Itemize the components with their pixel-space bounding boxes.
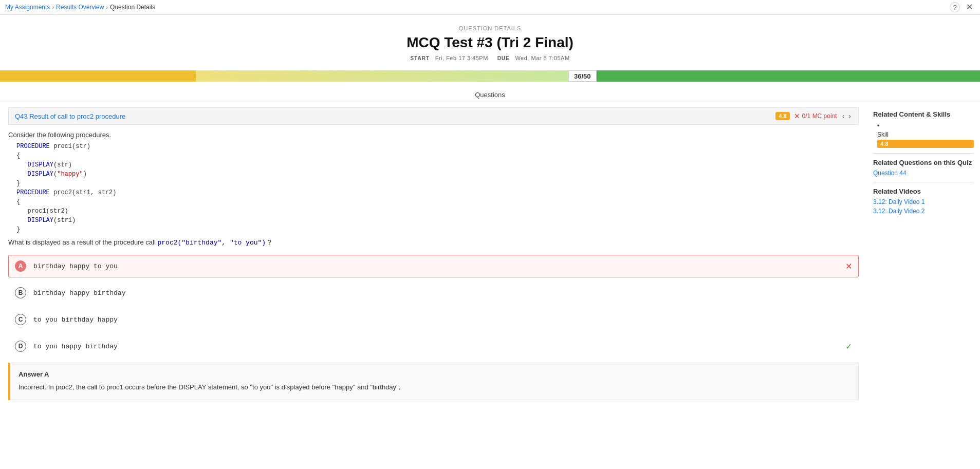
breadcrumb-sep-2: › <box>106 4 108 10</box>
video-link-2[interactable]: 3.12: Daily Video 2 <box>873 208 974 215</box>
prev-question-button[interactable]: ‹ <box>841 112 846 120</box>
answer-label: Answer A <box>19 370 850 378</box>
option-b-text: birthday happy birthday <box>33 289 852 297</box>
top-bar-right: ? ✕ <box>950 2 975 12</box>
progress-bar: 36/50 <box>0 70 980 82</box>
progress-mid <box>196 70 568 82</box>
start-label: START <box>410 55 430 61</box>
question-text: What is displayed as a result of the pro… <box>8 238 859 247</box>
progress-left <box>0 70 196 82</box>
sidebar-skill-badge: 4.8 <box>877 140 974 148</box>
option-a-wrong-icon: ✕ <box>845 261 852 271</box>
question-text-after: ? <box>266 238 271 246</box>
option-a[interactable]: A birthday happy to you ✕ <box>8 255 859 277</box>
related-videos-title: Related Videos <box>873 187 974 195</box>
option-c[interactable]: C to you birthday happy <box>8 308 859 331</box>
breadcrumb-current: Question Details <box>110 4 155 11</box>
question-header-right: 4.8 ✕ 0/1 MC point ‹ › <box>775 112 852 120</box>
answer-explanation: Answer A Incorrect. In proc2, the call t… <box>8 363 859 400</box>
progress-right <box>597 70 980 82</box>
option-c-text: to you birthday happy <box>33 316 852 324</box>
code-block: PROCEDURE proc1(str) { DISPLAY(str) DISP… <box>16 142 859 234</box>
section-label: QUESTION DETAILS <box>0 25 980 31</box>
skill-badge: 4.8 <box>775 112 789 120</box>
related-questions-title: Related Questions on this Quiz <box>873 159 974 166</box>
question-header-bar: Q43 Result of call to proc2 procedure 4.… <box>8 107 859 125</box>
sidebar: Related Content & Skills Skill 4.8 Relat… <box>867 102 980 405</box>
sidebar-divider-1 <box>873 153 974 154</box>
dates: START Fri, Feb 17 3:45PM DUE Wed, Mar 8 … <box>0 55 980 61</box>
question-text-before: What is displayed as a result of the pro… <box>8 238 157 246</box>
option-b-letter: B <box>15 287 26 298</box>
breadcrumb-sep-1: › <box>52 4 54 10</box>
breadcrumb: My Assignments › Results Overview › Ques… <box>5 4 155 11</box>
top-bar: My Assignments › Results Overview › Ques… <box>0 0 980 15</box>
breadcrumb-my-assignments[interactable]: My Assignments <box>5 4 50 11</box>
option-d-text: to you happy birthday <box>33 343 845 350</box>
page-header: QUESTION DETAILS MCQ Test #3 (Tri 2 Fina… <box>0 15 980 66</box>
sidebar-skill-label: Skill <box>877 131 974 138</box>
option-d-correct-icon: ✓ <box>845 342 852 351</box>
due-date: Wed, Mar 8 7:05AM <box>515 55 569 61</box>
option-d[interactable]: D to you happy birthday ✓ <box>8 335 859 358</box>
preamble: Consider the following procedures. <box>8 131 859 139</box>
option-a-letter: A <box>15 260 26 272</box>
related-question-link[interactable]: Question 44 <box>873 170 974 177</box>
breadcrumb-results-overview[interactable]: Results Overview <box>56 4 104 11</box>
explanation-text: Incorrect. In proc2, the call to proc1 o… <box>19 382 850 392</box>
due-label: DUE <box>497 55 510 61</box>
wrong-icon: ✕ <box>794 112 800 120</box>
option-c-letter: C <box>15 314 26 325</box>
questions-label: Questions <box>0 86 980 102</box>
question-inline-code: proc2("birthday", "to you") <box>157 239 266 247</box>
video-link-1[interactable]: 3.12: Daily Video 1 <box>873 198 974 205</box>
progress-score: 36/50 <box>568 70 597 82</box>
option-a-text: birthday happy to you <box>33 262 845 270</box>
sidebar-divider-2 <box>873 182 974 182</box>
main-content: Q43 Result of call to proc2 procedure 4.… <box>0 102 980 405</box>
question-area: Q43 Result of call to proc2 procedure 4.… <box>0 102 867 405</box>
question-title-link[interactable]: Q43 Result of call to proc2 procedure <box>15 112 125 120</box>
help-button[interactable]: ? <box>950 2 960 12</box>
close-button[interactable]: ✕ <box>964 3 975 11</box>
score-indicator: ✕ 0/1 MC point <box>794 112 837 120</box>
next-question-button[interactable]: › <box>847 112 852 120</box>
nav-arrows: ‹ › <box>841 112 852 120</box>
score-text: 0/1 MC point <box>802 112 837 120</box>
sidebar-skill-item: Skill 4.8 <box>873 122 974 148</box>
start-date: Fri, Feb 17 3:45PM <box>435 55 488 61</box>
option-d-letter: D <box>15 341 26 352</box>
page-title: MCQ Test #3 (Tri 2 Final) <box>0 34 980 51</box>
related-content-title: Related Content & Skills <box>873 110 974 118</box>
question-body: Consider the following procedures. PROCE… <box>8 131 859 400</box>
option-b[interactable]: B birthday happy birthday <box>8 282 859 304</box>
